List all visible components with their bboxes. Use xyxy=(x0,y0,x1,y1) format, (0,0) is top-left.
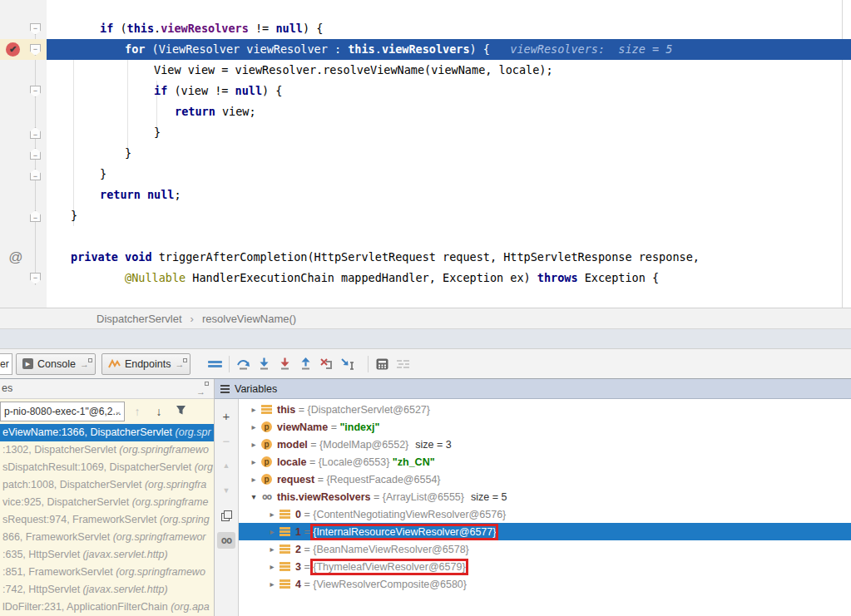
variable-row[interactable]: ▸prequest = {RequestFacade@6554} xyxy=(239,471,851,488)
duplicate-watch-button[interactable] xyxy=(217,507,235,524)
variable-row[interactable]: ▸3 = {ThymeleafViewResolver@6579} xyxy=(239,558,851,575)
value-icon xyxy=(279,509,291,520)
code-line[interactable]: return null; xyxy=(47,185,851,205)
chevron-right-icon[interactable]: ▸ xyxy=(265,527,279,536)
code-segment: if xyxy=(100,22,120,35)
variable-row[interactable]: ▸1 = {InternalResourceViewResolver@6577} xyxy=(239,523,851,540)
breadcrumb-class[interactable]: DispatcherServlet xyxy=(96,313,182,325)
code-line[interactable] xyxy=(47,226,851,247)
frame-down-icon[interactable]: ↓ xyxy=(150,405,168,418)
code-line[interactable]: if (this.viewResolvers != null) { xyxy=(47,18,851,39)
stack-frame-row[interactable]: sRequest:974, FrameworkServlet (org.spri… xyxy=(0,511,214,529)
breakpoint-icon[interactable]: ✔ xyxy=(6,42,20,57)
chevron-right-icon[interactable]: ▸ xyxy=(247,422,260,431)
parameter-icon: p xyxy=(260,474,273,485)
layout-settings-icon[interactable] xyxy=(393,353,413,374)
step-into-icon[interactable] xyxy=(254,353,275,374)
stack-frame-row[interactable]: :1302, DispatcherServlet (org.springfram… xyxy=(0,441,214,459)
code-segment: null xyxy=(235,84,263,97)
code-line[interactable]: @Nullable HandlerExecutionChain mappedHa… xyxy=(47,268,851,288)
code-line[interactable]: } xyxy=(47,122,851,143)
code-line[interactable]: for (ViewResolver viewResolver : this.vi… xyxy=(47,39,851,60)
breadcrumb-method[interactable]: resolveViewName() xyxy=(202,313,296,325)
frame-package: (org.springframewo xyxy=(119,444,209,456)
code-segment: (ViewResolver viewResolver : xyxy=(152,42,349,56)
chevron-right-icon[interactable]: ▸ xyxy=(247,405,260,414)
code-segment: if xyxy=(154,84,174,97)
variable-row[interactable]: ▸0 = {ContentNegotiatingViewResolver@657… xyxy=(239,505,851,523)
chevron-right-icon[interactable]: ▸ xyxy=(265,510,279,519)
code-line[interactable]: } xyxy=(47,164,851,185)
run-to-cursor-icon[interactable] xyxy=(337,353,358,374)
show-watches-toggle[interactable]: oo xyxy=(217,532,235,549)
frame-package: (org.springframewo xyxy=(116,566,205,578)
variable-row[interactable]: ▸pviewName = "indexj" xyxy=(239,418,851,436)
code-segment: } xyxy=(71,209,77,222)
evaluate-expression-icon[interactable] xyxy=(372,353,393,374)
code-segment: null xyxy=(275,22,303,35)
debug-menu-icon[interactable] xyxy=(205,353,225,374)
chevron-right-icon[interactable]: ▸ xyxy=(265,562,279,571)
variable-row[interactable]: ▸2 = {BeanNameViewResolver@6578} xyxy=(239,540,851,558)
code-line[interactable]: } xyxy=(47,205,851,226)
float-window-icon[interactable]: → xyxy=(196,382,205,402)
stack-frame-row[interactable]: 866, FrameworkServlet (org.springframewo… xyxy=(0,529,214,546)
stack-frame-row[interactable]: patch:1008, DispatcherServlet (org.sprin… xyxy=(0,476,214,494)
move-watch-up-button[interactable]: ▲ xyxy=(217,457,235,474)
stack-frame-row[interactable]: :635, HttpServlet (javax.servlet.http) xyxy=(0,546,214,564)
filter-frames-icon[interactable] xyxy=(171,405,190,418)
variable-row[interactable]: ▸this = {DispatcherServlet@6527} xyxy=(239,401,851,418)
variable-row[interactable]: ▾oothis.viewResolvers = {ArrayList@6555}… xyxy=(239,488,851,505)
variable-row[interactable]: ▸pmodel = {ModelMap@6552}size = 3 xyxy=(239,436,851,453)
stack-frame-row[interactable]: :851, FrameworkServlet (org.springframew… xyxy=(0,564,214,581)
force-step-into-icon[interactable] xyxy=(275,353,295,374)
variable-row[interactable]: ▸4 = {ViewResolverComposite@6580} xyxy=(239,575,851,593)
add-watch-button[interactable]: + xyxy=(217,407,235,424)
move-watch-down-button[interactable]: ▼ xyxy=(217,482,235,499)
remove-watch-button[interactable]: − xyxy=(217,432,235,449)
chevron-down-icon: ⌄ xyxy=(115,402,121,421)
frame-method: :635, HttpServlet xyxy=(2,549,83,560)
variable-row[interactable]: ▸plocale = {Locale@6553} "zh_CN" xyxy=(239,453,851,471)
chevron-right-icon[interactable]: ▸ xyxy=(247,475,260,484)
code-segment: return xyxy=(175,105,222,118)
equals-sign: = xyxy=(306,456,318,468)
parameter-icon: p xyxy=(260,421,273,432)
drop-frame-icon[interactable] xyxy=(316,353,337,374)
frame-method: sRequest:974, FrameworkServlet xyxy=(2,514,160,525)
chevron-right-icon[interactable]: ▸ xyxy=(247,440,260,449)
breadcrumb: DispatcherServlet›resolveViewName() xyxy=(0,308,851,329)
stack-frame-row[interactable]: vice:925, DispatcherServlet (org.springf… xyxy=(0,494,214,511)
console-icon: ▶ xyxy=(22,358,33,369)
step-over-icon[interactable] xyxy=(233,353,254,374)
chevron-down-icon[interactable]: ▾ xyxy=(247,492,260,501)
chevron-right-icon[interactable]: ▸ xyxy=(265,579,279,589)
code-line[interactable]: private void triggerAfterCompletion(Http… xyxy=(47,247,851,268)
code-segment: } xyxy=(154,126,161,139)
code-line[interactable]: View view = viewResolver.resolveViewName… xyxy=(47,60,851,81)
code-line[interactable]: } xyxy=(47,143,851,164)
thread-dropdown[interactable]: p-nio-8080-exec-1"@6,2... ⌄ xyxy=(0,402,125,421)
stack-frame-row[interactable]: sDispatchResult:1069, DispatcherServlet … xyxy=(0,459,214,476)
variables-header-label: Variables xyxy=(235,383,277,395)
chevron-right-icon[interactable]: ▸ xyxy=(247,457,260,466)
stack-frame-row[interactable]: eViewName:1366, DispatcherServlet (org.s… xyxy=(0,424,214,441)
thread-selector-row: p-nio-8080-exec-1"@6,2... ⌄ ↑ ↓ xyxy=(0,399,214,424)
value-icon xyxy=(279,526,291,537)
tab-endpoints[interactable]: Endpoints → xyxy=(101,353,191,375)
equals-sign: = xyxy=(308,439,319,451)
variable-value: {DispatcherServlet@6527} xyxy=(307,404,430,416)
code-line[interactable]: if (view != null) { xyxy=(47,81,851,101)
stack-frame-row[interactable]: lDoFilter:231, ApplicationFilterChain (o… xyxy=(0,599,214,616)
stack-frame-row[interactable]: :742, HttpServlet (javax.servlet.http) xyxy=(0,581,214,599)
frame-up-icon[interactable]: ↑ xyxy=(128,405,146,418)
panel-menu-icon[interactable] xyxy=(220,383,230,395)
code-editor[interactable]: if (this.viewResolvers != null) {for (Vi… xyxy=(0,0,851,308)
tab-debugger-partial[interactable]: er xyxy=(0,353,12,375)
tab-label: Console xyxy=(37,358,76,370)
chevron-right-icon[interactable]: ▸ xyxy=(265,545,279,554)
code-segment: HandlerExecutionChain mappedHandler, Exc… xyxy=(192,271,537,284)
step-out-icon[interactable] xyxy=(295,353,316,374)
tab-console[interactable]: ▶ Console → xyxy=(16,353,96,375)
code-line[interactable]: return view; xyxy=(47,101,851,122)
